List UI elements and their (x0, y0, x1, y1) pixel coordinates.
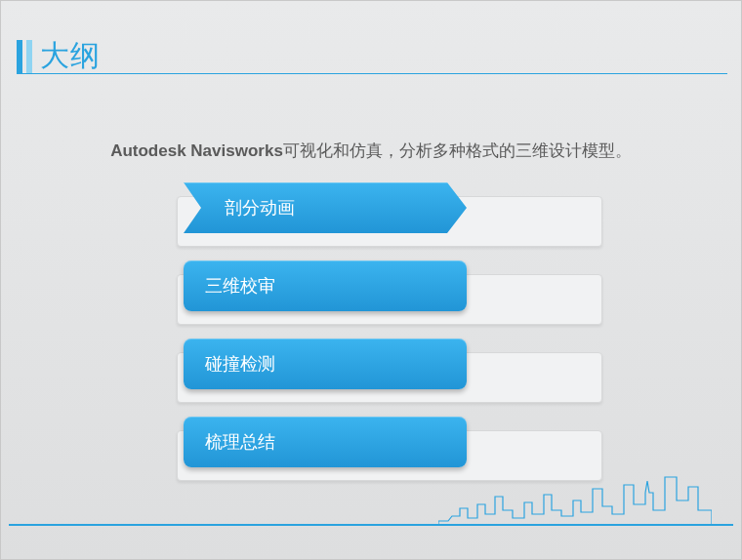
list-item-button-3: 碰撞检测 (184, 339, 467, 389)
list-item-label: 三维校审 (205, 274, 275, 298)
slide-subtitle: Autodesk Navisworks可视化和仿真，分析多种格式的三维设计模型。 (1, 140, 741, 162)
list-item: 剖分动画 (177, 182, 602, 235)
list-item-label: 碰撞检测 (205, 352, 275, 376)
list-item-button-1: 剖分动画 (184, 182, 467, 233)
bottom-divider (9, 524, 733, 526)
subtitle-bold: Autodesk Navisworks (110, 141, 283, 160)
list-item-button-4: 梳理总结 (184, 417, 467, 467)
subtitle-rest: 可视化和仿真，分析多种格式的三维设计模型。 (283, 141, 632, 160)
outline-list: 剖分动画 三维校审 碰撞检测 梳理总结 (177, 182, 602, 469)
list-item-button-2: 三维校审 (184, 260, 467, 311)
title-underline (17, 73, 727, 74)
list-item-label: 梳理总结 (205, 430, 275, 454)
title-bars-icon (17, 40, 32, 73)
list-item: 梳理总结 (177, 417, 602, 469)
slide-title: 大纲 (40, 36, 101, 76)
list-item: 碰撞检测 (177, 339, 602, 391)
list-item: 三维校审 (177, 260, 602, 313)
slide-title-bar: 大纲 (17, 36, 101, 76)
list-item-label: 剖分动画 (225, 196, 295, 220)
skyline-icon (438, 467, 712, 526)
